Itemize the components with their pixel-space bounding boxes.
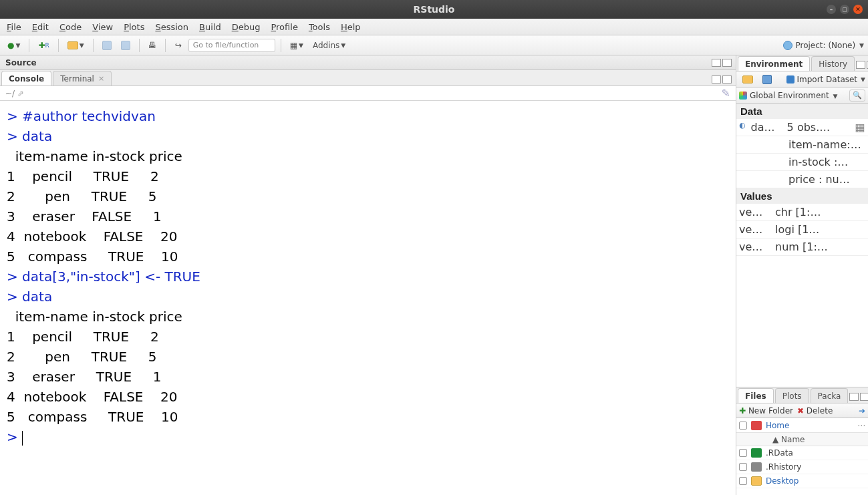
file-row[interactable]: .Rhistory [736, 460, 868, 474]
file-checkbox[interactable] [739, 477, 747, 485]
folder-icon [751, 476, 762, 486]
file-name: Desktop [766, 476, 799, 486]
addins-button[interactable]: Addins ▼ [309, 38, 349, 53]
source-minimize-icon[interactable] [712, 59, 721, 67]
file-name: .Rhistory [766, 462, 801, 472]
menu-profile[interactable]: Profile [271, 22, 297, 32]
delete-button[interactable]: ✖ Delete [797, 406, 833, 416]
print-button[interactable]: 🖶 [145, 38, 160, 53]
menu-code[interactable]: Code [59, 22, 82, 32]
menu-session[interactable]: Session [155, 22, 188, 32]
tab-plots[interactable]: Plots [775, 388, 809, 403]
popout-icon[interactable]: ⇗ [17, 89, 24, 98]
open-file-button[interactable]: ▼ [64, 38, 88, 53]
scope-icon [739, 92, 747, 100]
tab-packages[interactable]: Packa [811, 388, 849, 403]
files-maximize-icon[interactable] [860, 393, 868, 401]
env-row[interactable]: price : nu… [736, 171, 868, 188]
env-row[interactable]: ve…chr [1:… [736, 204, 868, 221]
menu-edit[interactable]: Edit [32, 22, 49, 32]
files-minimize-icon[interactable] [849, 393, 859, 401]
name-column-header[interactable]: ▲ Name [772, 435, 805, 444]
file-list: .RData.RhistoryDesktop [736, 446, 868, 495]
more-path-icon[interactable]: ⋯ [857, 421, 865, 430]
file-row[interactable]: Desktop [736, 474, 868, 488]
files-tabs: Files Plots Packa [736, 387, 868, 403]
project-menu[interactable]: Project: (None) ▼ [783, 41, 864, 50]
working-dir[interactable]: ~/ [5, 89, 15, 98]
clear-console-icon[interactable]: ✎ [722, 87, 730, 100]
grid-button[interactable]: ▦▼ [287, 38, 307, 53]
goto-func-button[interactable]: ↪ [171, 38, 186, 53]
console-output[interactable]: > #author techvidvan> data item-name in-… [0, 101, 736, 495]
files-breadcrumb: Home ⋯ [736, 418, 868, 433]
main-toolbar: ●▼ ✚R ▼ 🖶 ↪ Go to file/function ▦▼ Addin… [0, 35, 868, 55]
env-tabs: Environment History [736, 55, 868, 71]
menu-view[interactable]: View [92, 22, 113, 32]
console-minimize-icon[interactable] [712, 75, 721, 84]
close-button[interactable]: ✕ [853, 5, 863, 14]
grid-icon[interactable]: ▦ [855, 121, 865, 134]
save-all-button[interactable] [118, 38, 134, 53]
file-checkbox[interactable] [739, 449, 747, 457]
file-row[interactable]: .RData [736, 446, 868, 460]
new-folder-button[interactable]: ✚ New Folder [739, 406, 793, 416]
tab-terminal[interactable]: Terminal× [53, 71, 112, 86]
window-titlebar: RStudio – ◻ ✕ [0, 0, 868, 19]
env-row[interactable]: in-stock :… [736, 154, 868, 171]
files-toolbar: ✚ New Folder ✖ Delete ➜ [736, 403, 868, 418]
window-title: RStudio [414, 4, 455, 15]
maximize-button[interactable]: ◻ [840, 5, 849, 14]
tab-history[interactable]: History [811, 56, 855, 71]
rhist-icon [751, 462, 762, 472]
menu-bar: File Edit Code View Plots Session Build … [0, 19, 868, 35]
console-path-bar: ~/ ⇗ ✎ [0, 86, 736, 101]
file-name: .RData [766, 448, 793, 458]
save-button[interactable] [99, 38, 115, 53]
menu-plots[interactable]: Plots [124, 22, 144, 32]
console-tabs: Console Terminal× [0, 70, 736, 86]
source-maximize-icon[interactable] [722, 59, 732, 67]
environment-list: Data◐da…5 obs.…▦item-name:…in-stock :…pr… [736, 104, 868, 387]
select-all-checkbox[interactable] [739, 422, 747, 430]
load-workspace-button[interactable] [739, 72, 756, 87]
env-minimize-icon[interactable] [856, 61, 865, 69]
files-header: ▲ Name [736, 433, 868, 446]
save-workspace-button[interactable] [759, 72, 775, 87]
env-row[interactable]: ve…num [1:… [736, 238, 868, 256]
menu-help[interactable]: Help [341, 22, 361, 32]
minimize-button[interactable]: – [827, 5, 836, 14]
home-icon [751, 421, 762, 430]
new-project-button[interactable]: ✚R [35, 38, 52, 53]
expand-icon[interactable]: ◐ [739, 121, 746, 134]
env-scope-bar: Global Environment ▼ 🔍 [736, 88, 868, 104]
env-row[interactable]: ve…logi [1… [736, 221, 868, 238]
home-link[interactable]: Home [766, 421, 789, 430]
source-title: Source [5, 58, 37, 67]
file-checkbox[interactable] [739, 463, 747, 471]
menu-debug[interactable]: Debug [232, 22, 261, 32]
console-maximize-icon[interactable] [722, 75, 732, 84]
tab-console[interactable]: Console [1, 71, 51, 86]
scope-selector[interactable]: Global Environment ▼ [750, 91, 837, 100]
menu-build[interactable]: Build [199, 22, 221, 32]
source-pane-header: Source [0, 55, 736, 70]
menu-file[interactable]: File [7, 22, 21, 32]
tab-files[interactable]: Files [738, 388, 774, 403]
tab-environment[interactable]: Environment [738, 56, 810, 71]
env-row[interactable]: item-name:… [736, 136, 868, 154]
more-files-icon[interactable]: ➜ [859, 406, 865, 416]
import-dataset-button[interactable]: Import Dataset ▼ [786, 75, 865, 84]
env-search-input[interactable]: 🔍 [849, 90, 865, 102]
goto-file-input[interactable]: Go to file/function [188, 39, 275, 52]
menu-tools[interactable]: Tools [309, 22, 330, 32]
rdata-icon [751, 448, 762, 458]
env-toolbar: Import Dataset ▼ [736, 71, 868, 88]
close-icon[interactable]: × [98, 74, 104, 83]
new-file-button[interactable]: ●▼ [4, 38, 23, 53]
env-row[interactable]: ◐da…5 obs.…▦ [736, 119, 868, 136]
